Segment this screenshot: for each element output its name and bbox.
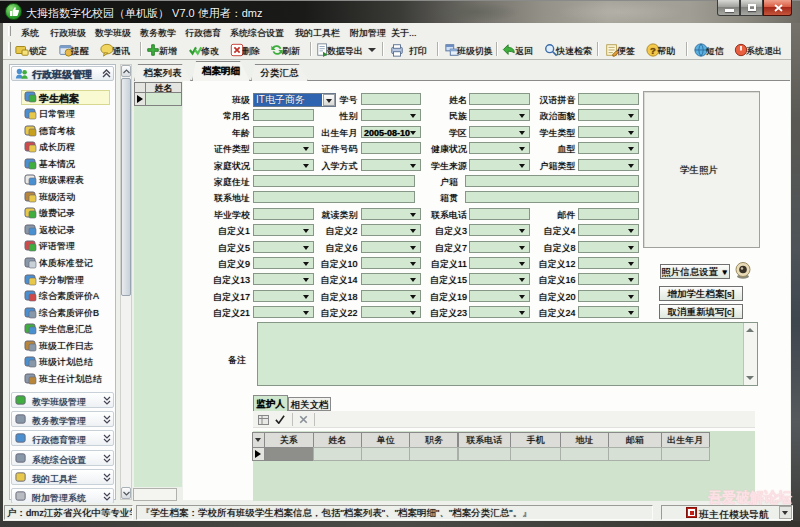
svg-text:?: ? [650,45,656,56]
